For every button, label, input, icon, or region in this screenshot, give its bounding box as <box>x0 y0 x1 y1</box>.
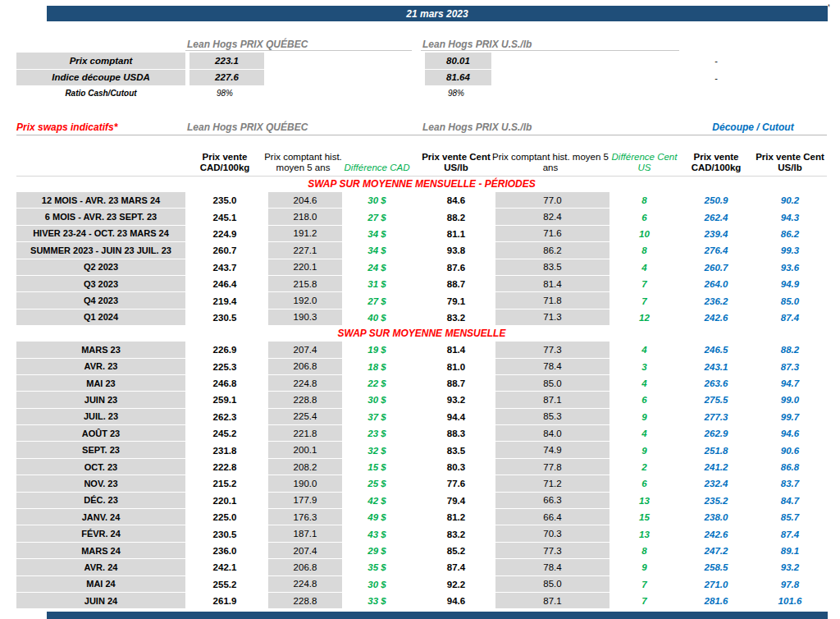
cell-difference-us: 12 <box>609 310 679 326</box>
cell-prix-vente-us: 83.2 <box>421 525 491 542</box>
cell-prix-vente-cad: 225.0 <box>185 509 264 525</box>
cell-hist-cad: 192.0 <box>264 292 342 309</box>
cell-cutout-us: 93.6 <box>753 259 827 276</box>
gap-cell <box>412 342 421 358</box>
periods-title-row: SWAP SUR MOYENNE MENSUELLE - PÉRIODES <box>16 177 827 192</box>
table-row: SUMMER 2023 - JUIN 23 JUIL. 23 260.7 227… <box>16 242 827 259</box>
swaps-section-title: Prix swaps indicatifs* <box>16 122 185 133</box>
row-label: JUIL. 23 <box>16 409 185 425</box>
cell-difference-cad: 19 $ <box>342 342 412 358</box>
cell-difference-us: 9 <box>609 409 679 425</box>
cell-hist-cad: 225.4 <box>264 409 342 425</box>
cell-difference-us: 6 <box>609 392 679 408</box>
cell-hist-us: 85.3 <box>491 409 609 425</box>
cell-cutout-cad: 241.2 <box>679 459 753 475</box>
cell-cutout-us: 84.7 <box>753 493 827 509</box>
cell-difference-cad: 42 $ <box>342 493 412 509</box>
report-date: 21 mars 2023 <box>406 8 468 20</box>
spot-us-value: 81.64 <box>421 70 491 87</box>
table-row: Q4 2023 219.4 192.0 27 $ 79.1 71.8 7 236… <box>16 292 827 309</box>
row-label: OCT. 23 <box>16 459 185 475</box>
cell-difference-us: 15 <box>609 509 679 525</box>
cell-hist-us: 66.4 <box>491 509 609 525</box>
cell-hist-cad: 220.1 <box>264 259 342 276</box>
row-label: Q1 2024 <box>16 310 185 326</box>
row-label: Ratio Cash/Cutout <box>16 89 185 98</box>
cell-difference-cad: 34 $ <box>342 242 412 259</box>
cell-prix-vente-us: 79.4 <box>421 493 491 509</box>
spot-header-row: Lean Hogs PRIX QUÉBEC Lean Hogs PRIX U.S… <box>16 33 827 53</box>
cell-difference-us: 4 <box>609 259 679 276</box>
cell-hist-cad: 206.8 <box>264 359 342 375</box>
table-row: MAI 23 246.8 224.8 22 $ 88.7 85.0 4 263.… <box>16 375 827 392</box>
table-row: AVR. 23 225.3 206.8 18 $ 81.0 78.4 3 243… <box>16 359 827 375</box>
row-label: MAI 23 <box>16 375 185 392</box>
row-label: AVR. 23 <box>16 359 185 375</box>
cell-prix-vente-us: 80.3 <box>421 459 491 475</box>
cell-hist-cad: 190.0 <box>264 475 342 492</box>
cell-cutout-cad: 235.2 <box>679 493 753 509</box>
periods-section-title: SWAP SUR MOYENNE MENSUELLE - PÉRIODES <box>16 177 827 192</box>
cell-prix-vente-us: 81.4 <box>421 342 491 358</box>
cell-difference-cad: 25 $ <box>342 475 412 492</box>
row-label: AVR. 24 <box>16 559 185 575</box>
table-row: JUIN 23 259.1 228.8 30 $ 93.2 87.1 6 275… <box>16 392 827 408</box>
row-label: Q2 2023 <box>16 259 185 276</box>
cell-hist-cad: 218.0 <box>264 209 342 225</box>
cell-prix-vente-cad: 259.1 <box>185 392 264 408</box>
cell-difference-cad: 18 $ <box>342 359 412 375</box>
cell-hist-us: 71.6 <box>491 226 609 242</box>
cell-difference-us: 7 <box>609 576 679 593</box>
cell-prix-vente-us: 84.6 <box>421 192 491 209</box>
cell-difference-cad: 30 $ <box>342 192 412 209</box>
cell-cutout-cad: 281.6 <box>679 593 753 609</box>
cell-prix-vente-us: 81.2 <box>421 509 491 525</box>
gap-cell <box>412 226 421 242</box>
cell-hist-us: 78.4 <box>491 559 609 575</box>
cell-cutout-cad: 250.9 <box>679 192 753 209</box>
cell-cutout-us: 86.2 <box>753 226 827 242</box>
cell-cutout-cad: 258.5 <box>679 559 753 575</box>
row-label: JUIN 24 <box>16 593 185 609</box>
cell-prix-vente-us: 94.4 <box>421 409 491 425</box>
table-row: 6 MOIS - AVR. 23 SEPT. 23 245.1 218.0 27… <box>16 209 827 225</box>
row-label: Indice découpe USDA <box>16 70 185 87</box>
monthly-title-row: SWAP SUR MOYENNE MENSUELLE <box>16 326 827 342</box>
spot-us-header: Lean Hogs PRIX U.S./lb <box>421 39 679 51</box>
gap-cell <box>412 525 421 542</box>
cell-prix-vente-us: 94.6 <box>421 593 491 609</box>
cell-difference-us: 8 <box>609 192 679 209</box>
gap-cell <box>412 425 421 442</box>
cell-hist-cad: 177.9 <box>264 493 342 509</box>
spot-qc-value: 223.1 <box>185 53 264 70</box>
cell-cutout-us: 94.6 <box>753 425 827 442</box>
cell-hist-cad: 221.8 <box>264 425 342 442</box>
table-row: OCT. 23 222.8 208.2 15 $ 80.3 77.8 2 241… <box>16 459 827 475</box>
cell-hist-us: 86.2 <box>491 242 609 259</box>
table-row: Q2 2023 243.7 220.1 24 $ 87.6 83.5 4 260… <box>16 259 827 276</box>
cell-hist-cad: 207.4 <box>264 342 342 358</box>
row-label: Q3 2023 <box>16 276 185 292</box>
cell-prix-vente-cad: 255.2 <box>185 576 264 593</box>
spot-row-comptant: Prix comptant 223.1 80.01 - <box>16 53 827 70</box>
ratio-qc-value: 98% <box>185 89 264 98</box>
cell-cutout-us: 88.2 <box>753 342 827 358</box>
cell-cutout-cad: 246.5 <box>679 342 753 358</box>
cell-prix-vente-cad: 215.2 <box>185 475 264 492</box>
cell-difference-cad: 33 $ <box>342 593 412 609</box>
cell-difference-us: 7 <box>609 276 679 292</box>
cell-difference-us: 7 <box>609 292 679 309</box>
cell-prix-vente-cad: 262.3 <box>185 409 264 425</box>
cell-difference-us: 9 <box>609 442 679 458</box>
date-banner: 21 mars 2023 <box>47 6 828 21</box>
row-label: NOV. 23 <box>16 475 185 492</box>
cell-hist-us: 87.1 <box>491 392 609 408</box>
cell-prix-vente-cad: 230.5 <box>185 310 264 326</box>
cell-prix-vente-cad: 219.4 <box>185 292 264 309</box>
cell-cutout-us: 97.8 <box>753 576 827 593</box>
col-header-cutout-cad: Prix vente CAD/100kg <box>679 152 753 173</box>
cell-cutout-cad: 247.2 <box>679 543 753 559</box>
cell-cutout-us: 90.2 <box>753 192 827 209</box>
cell-difference-us: 13 <box>609 525 679 542</box>
cell-cutout-cad: 260.7 <box>679 259 753 276</box>
